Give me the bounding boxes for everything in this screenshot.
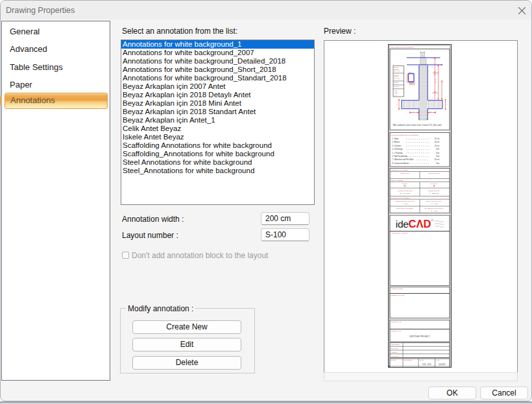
svg-text:h: h bbox=[446, 104, 447, 105]
svg-text:15 cm: 15 cm bbox=[435, 137, 440, 140]
svg-text:Poz 1: Poz 1 bbox=[410, 83, 413, 84]
svg-text:Concrete Type: Concrete Type bbox=[400, 172, 409, 174]
svg-text:Eq. Load Reduction Coefficient: Eq. Load Reduction Coefficient bbox=[425, 208, 444, 209]
svg-text:40: 40 bbox=[431, 67, 433, 68]
svg-text:——: —— bbox=[394, 95, 397, 96]
svg-text:1/50 - 1/50: 1/50 - 1/50 bbox=[422, 363, 431, 366]
svg-text:APPROVED: APPROVED bbox=[391, 355, 399, 357]
svg-text:Effective ground acc. coef.: Effective ground acc. coef. bbox=[426, 200, 442, 202]
svg-text:4Ø14: 4Ø14 bbox=[394, 90, 397, 91]
svg-text:CΛD: CΛD bbox=[409, 218, 431, 230]
svg-text:R = 0.20: R = 0.20 bbox=[431, 210, 437, 212]
svg-text:SCALE: SCALE bbox=[420, 359, 424, 361]
svg-text:DRAWN BY: DRAWN BY bbox=[391, 348, 398, 349]
svg-text:5cm: 5cm bbox=[436, 155, 440, 158]
svg-text:5cm: 5cm bbox=[436, 148, 440, 150]
svg-text:5cm: 5cm bbox=[436, 162, 440, 165]
svg-text:40: 40 bbox=[431, 97, 433, 99]
svg-text:Horizontal Ground Stress: Horizontal Ground Stress bbox=[397, 190, 412, 191]
svg-text:6- Raft Foundations: 6- Raft Foundations bbox=[393, 155, 408, 158]
svg-text:EARTHQUAKE PARAMETERS: EARTHQUAKE PARAMETERS bbox=[391, 197, 411, 198]
svg-text:Ø14 L=350: Ø14 L=350 bbox=[394, 78, 400, 79]
svg-text:SOIL PARAMETERS: SOIL PARAMETERS bbox=[391, 180, 404, 181]
svg-text:DESIGNED BY: DESIGNED BY bbox=[391, 344, 400, 345]
svg-text:PROJECT NAME: PROJECT NAME bbox=[391, 321, 402, 322]
svg-text:4- S.Footings: 4- S.Footings bbox=[393, 148, 404, 150]
svg-text:Add Reinforced Type: Add Reinforced Type bbox=[428, 172, 441, 174]
svg-text:50 cm: 50 cm bbox=[435, 158, 440, 161]
svg-text:PROJECT OWNER: PROJECT OWNER bbox=[391, 288, 404, 289]
svg-text:Ao = 0.40: Ao = 0.40 bbox=[431, 203, 438, 205]
svg-text:3- Columns: 3- Columns bbox=[393, 145, 402, 147]
svg-text:PROJECT MANAGER: PROJECT MANAGER bbox=[391, 294, 405, 296]
svg-text:Soil Group: Soil Group bbox=[431, 183, 438, 184]
svg-text:ide: ide bbox=[396, 219, 409, 230]
svg-text:Ø8/10/20: Ø8/10/20 bbox=[394, 82, 398, 83]
svg-text:Ø8/10/20: Ø8/10/20 bbox=[394, 86, 398, 87]
svg-text:ARCHITECTURAL OFFICE: ARCHITECTURAL OFFICE bbox=[391, 232, 408, 233]
svg-text:25 cm: 25 cm bbox=[435, 145, 440, 147]
svg-text:5- C.Footings: 5- C.Footings bbox=[393, 152, 404, 154]
svg-text:7- Watertank and Pile Walls: 7- Watertank and Pile Walls bbox=[393, 158, 415, 161]
svg-text:20 cm: 20 cm bbox=[435, 141, 440, 143]
svg-text:DATE: DATE bbox=[436, 359, 440, 361]
svg-text:h: h bbox=[396, 104, 397, 105]
svg-text:UNTITLED PROJECT: UNTITLED PROJECT bbox=[409, 335, 429, 338]
svg-text:A: A bbox=[433, 185, 435, 187]
svg-text:2- Beams: 2- Beams bbox=[393, 141, 400, 143]
svg-text:04.2017: 04.2017 bbox=[439, 363, 446, 366]
svg-text:Building Importance Coefficien: Building Importance Coefficient bbox=[396, 200, 415, 202]
svg-text:CONCRETE PARAMETERS: CONCRETE PARAMETERS bbox=[391, 169, 409, 171]
svg-text:K = 2500 t/m³: K = 2500 t/m³ bbox=[429, 193, 439, 195]
svg-text:Seismic Zone of the Building: Seismic Zone of the Building bbox=[396, 208, 414, 209]
svg-text:Ø14 L=350: Ø14 L=350 bbox=[394, 70, 400, 71]
svg-text:8- Connection Beams: 8- Connection Beams bbox=[393, 162, 409, 165]
svg-text:* All conditions were taken f: * All conditions were taken from Turkish… bbox=[393, 124, 442, 126]
svg-text:Soil Type: Soil Type bbox=[402, 183, 408, 184]
svg-text:2Ø12: 2Ø12 bbox=[394, 92, 397, 93]
svg-text:qu = 0.40 MPa: qu = 0.40 MPa bbox=[400, 193, 410, 195]
svg-text:5cm: 5cm bbox=[436, 152, 440, 154]
svg-text:l=300 cm: l=300 cm bbox=[435, 78, 436, 84]
svg-text:1- Slabs: 1- Slabs bbox=[393, 137, 400, 140]
svg-text:30x60: 30x60 bbox=[409, 71, 412, 73]
svg-text:REVISION NO: REVISION NO bbox=[404, 359, 413, 361]
svg-text:PROJECT TITLE: PROJECT TITLE bbox=[391, 330, 402, 331]
svg-text:I = 1.00: I = 1.00 bbox=[402, 203, 408, 205]
svg-text:CONTROL: CONTROL bbox=[391, 351, 398, 353]
svg-text:MINIMUM DIMENSIONS OF ELEMENTS: MINIMUM DIMENSIONS OF ELEMENTS bbox=[391, 134, 419, 136]
svg-text:DRAWN: DRAWN bbox=[391, 359, 396, 361]
svg-text:Bedding Coefficient: Bedding Coefficient bbox=[428, 190, 440, 191]
